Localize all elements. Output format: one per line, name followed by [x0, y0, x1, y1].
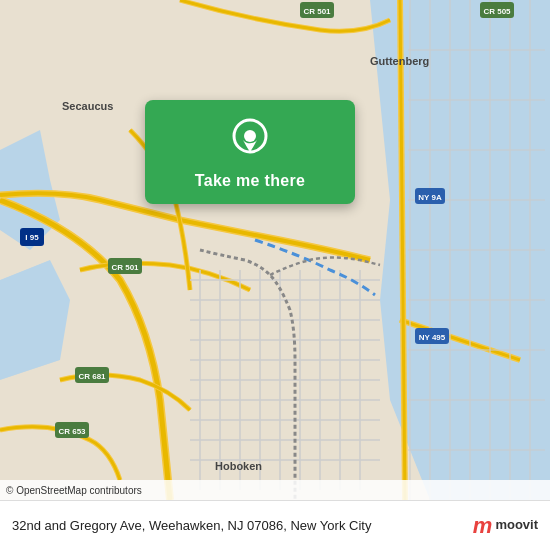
svg-text:CR 505: CR 505: [483, 7, 511, 16]
footer: 32nd and Gregory Ave, Weehawken, NJ 0708…: [0, 500, 550, 550]
take-me-there-button[interactable]: Take me there: [195, 172, 305, 190]
map-container: CR 501 CR 505 CR 501 CR 681 CR 653 I 95 …: [0, 0, 550, 500]
moovit-brand-text: moovit: [495, 518, 538, 532]
moovit-logo: m moovit: [473, 513, 538, 539]
svg-text:CR 681: CR 681: [78, 372, 106, 381]
location-pin-icon: [228, 118, 272, 162]
svg-text:I 95: I 95: [25, 233, 39, 242]
attribution-text: © OpenStreetMap contributors: [6, 485, 142, 496]
svg-text:Hoboken: Hoboken: [215, 460, 262, 472]
svg-point-61: [244, 130, 256, 142]
moovit-name: moovit: [495, 518, 538, 532]
svg-text:CR 501: CR 501: [111, 263, 139, 272]
address-text: 32nd and Gregory Ave, Weehawken, NJ 0708…: [12, 518, 473, 533]
svg-text:NY 9A: NY 9A: [418, 193, 442, 202]
moovit-m-letter: m: [473, 513, 493, 539]
location-card[interactable]: Take me there: [145, 100, 355, 204]
svg-text:Guttenberg: Guttenberg: [370, 55, 429, 67]
attribution-bar: © OpenStreetMap contributors: [0, 480, 550, 500]
map-background: CR 501 CR 505 CR 501 CR 681 CR 653 I 95 …: [0, 0, 550, 500]
svg-text:NY 495: NY 495: [419, 333, 446, 342]
svg-text:CR 653: CR 653: [58, 427, 86, 436]
svg-text:CR 501: CR 501: [303, 7, 331, 16]
svg-text:Secaucus: Secaucus: [62, 100, 113, 112]
